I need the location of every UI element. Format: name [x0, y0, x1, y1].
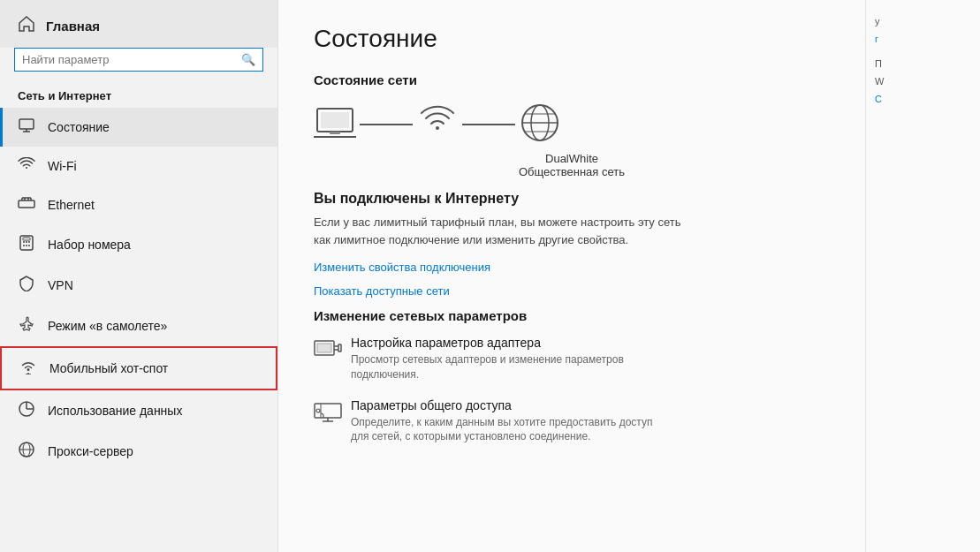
nav-item-ethernet[interactable]: Ethernet — [0, 185, 277, 224]
hotspot-icon — [19, 359, 37, 378]
adapter-desc: Просмотр сетевых адаптеров и изменение п… — [351, 352, 669, 382]
network-visual — [314, 102, 830, 147]
change-heading: Изменение сетевых параметров — [314, 308, 830, 323]
svg-point-11 — [26, 241, 27, 243]
nav-item-wifi[interactable]: Wi-Fi — [0, 147, 277, 185]
home-icon — [18, 16, 35, 35]
nav-label-ethernet: Ethernet — [48, 198, 95, 212]
svg-rect-25 — [321, 112, 349, 128]
ethernet-icon — [18, 196, 35, 214]
right-panel-link2[interactable]: С — [875, 94, 971, 104]
svg-point-12 — [28, 241, 30, 243]
search-input[interactable] — [22, 53, 241, 66]
wifi-net-icon — [416, 105, 459, 143]
connected-desc: Если у вас лимитный тарифный план, вы мо… — [314, 214, 685, 248]
right-panel-text1: у — [875, 16, 971, 26]
svg-rect-16 — [23, 238, 30, 240]
vpn-icon — [18, 276, 35, 295]
adapter-icon — [314, 337, 338, 367]
nav-label-data-usage: Использование данных — [48, 404, 182, 418]
net-line-2 — [462, 124, 515, 125]
sharing-desc: Определите, к каким данным вы хотите пре… — [351, 415, 669, 445]
nav-label-airplane: Режим «в самолете» — [48, 319, 167, 333]
proxy-icon — [18, 442, 35, 461]
network-type: Общественная сеть — [519, 165, 625, 178]
data-usage-icon — [18, 401, 35, 420]
nav-item-hotspot[interactable]: Мобильный хот-спот — [0, 346, 277, 390]
sharing-settings-text: Параметры общего доступа Определите, к к… — [351, 398, 669, 445]
nav-item-status[interactable]: Состояние — [0, 108, 277, 147]
svg-rect-0 — [19, 119, 34, 129]
nav-item-data-usage[interactable]: Использование данных — [0, 390, 277, 431]
nav-item-proxy[interactable]: Прокси-сервер — [0, 431, 277, 472]
sidebar: Главная 🔍 Сеть и Интернет Состояние Wi — [0, 0, 278, 552]
globe-icon — [519, 102, 561, 147]
nav-item-vpn[interactable]: VPN — [0, 265, 277, 306]
nav-item-dialup[interactable]: Набор номера — [0, 224, 277, 265]
nav-label-dialup: Набор номера — [48, 238, 131, 252]
sharing-settings-item: Параметры общего доступа Определите, к к… — [314, 398, 830, 445]
right-panel-text3: W — [875, 76, 971, 87]
sharing-title[interactable]: Параметры общего доступа — [351, 398, 669, 412]
main-content: Состояние Состояние сети — [278, 0, 865, 552]
airplane-icon — [18, 316, 35, 336]
connected-text: Вы подключены к Интернету — [314, 191, 830, 207]
svg-rect-37 — [338, 344, 341, 352]
page-title: Состояние — [314, 25, 830, 53]
home-label: Главная — [46, 19, 100, 34]
nav-label-proxy: Прокси-сервер — [48, 444, 133, 458]
nav-label-hotspot: Мобильный хот-спот — [49, 361, 168, 375]
sidebar-home[interactable]: Главная — [0, 0, 277, 48]
net-line-1 — [360, 124, 413, 125]
adapter-settings-item: Настройка параметров адаптера Просмотр с… — [314, 336, 830, 382]
link-change-props[interactable]: Изменить свойства подключения — [314, 261, 830, 274]
svg-rect-38 — [315, 404, 341, 418]
adapter-title[interactable]: Настройка параметров адаптера — [351, 336, 669, 350]
nav-label-status: Состояние — [48, 120, 110, 134]
svg-point-10 — [23, 241, 25, 243]
laptop-icon — [314, 105, 356, 143]
nav-label-wifi: Wi-Fi — [48, 159, 77, 173]
adapter-settings-text: Настройка параметров адаптера Просмотр с… — [351, 336, 669, 382]
network-status-heading: Состояние сети — [314, 72, 830, 87]
sharing-icon — [314, 400, 338, 430]
nav-item-airplane[interactable]: Режим «в самолете» — [0, 306, 277, 346]
status-icon — [18, 118, 35, 136]
dialup-icon — [18, 235, 35, 254]
svg-rect-3 — [19, 200, 34, 208]
svg-point-15 — [28, 245, 30, 246]
svg-rect-34 — [317, 344, 331, 352]
right-panel-text2: П — [875, 58, 971, 69]
svg-rect-27 — [330, 132, 340, 134]
svg-point-42 — [316, 409, 320, 412]
section-title: Сеть и Интернет — [0, 82, 277, 108]
search-box: 🔍 — [14, 48, 263, 72]
network-name-label: DualWhite Общественная сеть — [314, 152, 830, 178]
search-icon: 🔍 — [241, 53, 255, 66]
svg-point-14 — [26, 245, 27, 246]
wifi-icon — [18, 157, 35, 175]
nav-label-vpn: VPN — [48, 278, 73, 292]
right-panel: у г П W С — [865, 0, 980, 552]
link-show-networks[interactable]: Показать доступные сети — [314, 284, 830, 298]
right-panel-link1[interactable]: г — [875, 34, 971, 44]
network-name: DualWhite — [545, 152, 598, 165]
svg-point-13 — [23, 245, 25, 246]
